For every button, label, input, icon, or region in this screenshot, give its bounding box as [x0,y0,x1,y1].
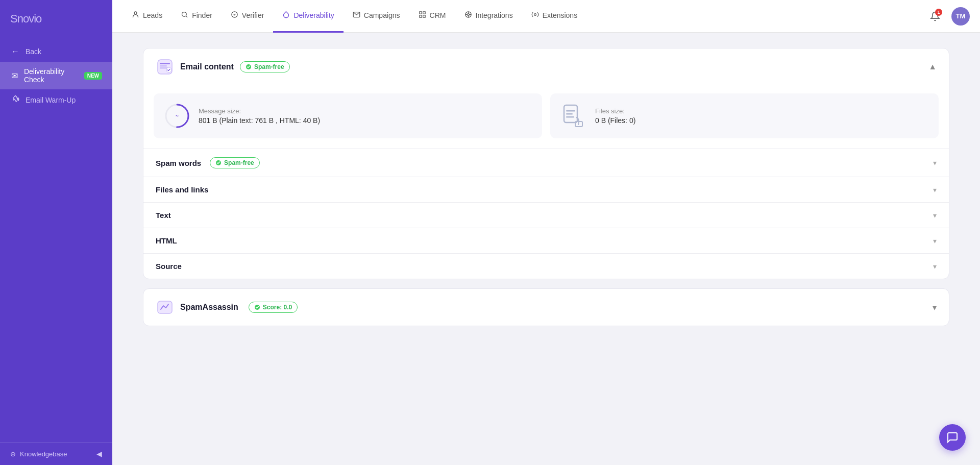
notification-count: 1 [935,9,942,16]
text-title: Text [156,211,171,219]
nav-extensions-label: Extensions [543,11,577,19]
sidebar-item-email-warmup[interactable]: Email Warm-Up [0,89,112,111]
message-size-info: Message size: 801 B (Plain text: 761 B ,… [199,107,320,125]
nav-extensions[interactable]: Extensions [522,0,586,33]
spamassassin-toggle[interactable]: ▾ [933,303,937,312]
files-size-info: Files size: 0 B (Files: 0) [595,107,635,125]
sidebar-item-deliverability-check-label: Deliverability Check [24,67,77,84]
spam-words-section[interactable]: Spam words Spam-free ▾ [143,149,949,177]
nav-integrations-label: Integrations [476,11,513,19]
content-area: Email content Spam-free ▲ ~ [112,33,980,465]
chat-button[interactable] [939,424,966,451]
nav-campaigns[interactable]: Campaigns [344,0,409,33]
knowledgebase-label: Knowledgebase [20,450,67,458]
sidebar-nav: ← Back ✉ Deliverability Check NEW Email … [0,36,112,442]
svg-rect-26 [566,110,575,112]
nav-crm[interactable]: CRM [409,0,455,33]
files-and-links-section[interactable]: Files and links ▾ [143,177,949,202]
source-chevron[interactable]: ▾ [933,262,937,271]
sidebar-bottom: ⊕ Knowledgebase ◀ [0,442,112,465]
files-size-value: 0 B (Files: 0) [595,116,635,125]
message-size-stat: ~ Message size: 801 B (Plain text: 761 B… [154,93,542,138]
text-chevron[interactable]: ▾ [933,211,937,219]
svg-point-9 [467,14,469,16]
html-chevron[interactable]: ▾ [933,237,937,245]
user-avatar[interactable]: TM [951,7,970,26]
sidebar-back-label: Back [26,47,41,56]
svg-point-15 [534,14,536,16]
integrations-icon [464,11,472,20]
nav-deliverability[interactable]: Deliverability [273,0,343,33]
spam-words-badge: Spam-free [210,157,260,168]
deliverability-nav-icon [282,11,290,20]
nav-verifier-label: Verifier [242,11,264,19]
files-and-links-title: Files and links [156,185,208,194]
topnav: Leads Finder Verifier Deliverability Cam… [112,0,980,33]
new-badge: NEW [84,72,102,80]
svg-rect-6 [423,12,425,14]
svg-rect-5 [419,12,421,14]
spamassassin-score-badge: Score: 0.0 [249,302,298,313]
sidebar-item-deliverability-check[interactable]: ✉ Deliverability Check NEW [0,62,112,89]
sidebar-back[interactable]: ← Back [0,41,112,62]
nav-finder-label: Finder [192,11,212,19]
svg-rect-17 [160,63,170,64]
spam-words-chevron[interactable]: ▾ [933,159,937,167]
email-content-card: Email content Spam-free ▲ ~ [143,48,949,279]
collapse-sidebar-button[interactable]: ◀ [96,450,102,458]
spamassassin-card: SpamAssassin Score: 0.0 ▾ [143,288,949,326]
nav-crm-label: CRM [430,11,446,19]
spamassassin-header[interactable]: SpamAssassin Score: 0.0 ▾ [143,289,949,326]
text-section[interactable]: Text ▾ [143,202,949,228]
brand-logo: Snovio [0,0,112,36]
finder-icon [181,11,188,20]
spamassassin-title: SpamAssassin [180,303,238,312]
files-and-links-chevron[interactable]: ▾ [933,186,937,194]
svg-rect-27 [566,113,573,115]
spam-free-badge: Spam-free [240,61,290,72]
knowledgebase-link[interactable]: ⊕ Knowledgebase [10,450,67,458]
stats-row: ~ Message size: 801 B (Plain text: 761 B… [143,85,949,149]
html-title: HTML [156,236,177,245]
brand-name-bold: Snov [10,12,34,25]
source-section[interactable]: Source ▾ [143,253,949,279]
back-icon: ← [10,47,20,56]
nav-integrations[interactable]: Integrations [455,0,522,33]
svg-rect-8 [423,15,425,17]
sidebar-item-email-warmup-label: Email Warm-Up [26,96,76,104]
svg-rect-7 [419,15,421,17]
message-size-label: Message size: [199,107,320,115]
leads-icon [132,11,139,20]
spam-free-label: Spam-free [254,63,284,70]
email-content-toggle[interactable]: ▲ [928,62,937,71]
html-section[interactable]: HTML ▾ [143,228,949,253]
gauge-icon: ~ [164,103,190,129]
email-content-header[interactable]: Email content Spam-free ▲ [143,48,949,85]
svg-rect-28 [566,116,574,118]
nav-verifier[interactable]: Verifier [222,0,274,33]
spam-words-title: Spam words [156,159,201,167]
verifier-icon [231,11,238,20]
files-icon [560,103,587,129]
message-size-value: 801 B (Plain text: 761 B , HTML: 40 B) [199,116,320,125]
sidebar: Snovio ← Back ✉ Deliverability Check NEW… [0,0,112,465]
main: Leads Finder Verifier Deliverability Cam… [112,0,980,465]
deliverability-check-icon: ✉ [10,71,19,81]
nav-finder[interactable]: Finder [172,0,222,33]
extensions-icon [531,11,539,20]
spam-words-badge-label: Spam-free [224,159,254,166]
nav-leads[interactable]: Leads [122,0,172,33]
files-size-stat: Files size: 0 B (Files: 0) [550,93,939,138]
topnav-right: 1 TM [926,7,970,26]
email-content-icon [156,58,174,76]
nav-campaigns-label: Campaigns [364,11,400,19]
svg-rect-18 [160,65,167,67]
nav-leads-label: Leads [143,11,162,19]
campaigns-icon [353,11,360,20]
crm-icon [419,11,426,20]
svg-text:~: ~ [176,113,179,119]
email-warmup-icon [10,95,20,105]
notifications-button[interactable]: 1 [926,7,944,26]
nav-deliverability-label: Deliverability [293,11,334,19]
source-title: Source [156,262,182,271]
